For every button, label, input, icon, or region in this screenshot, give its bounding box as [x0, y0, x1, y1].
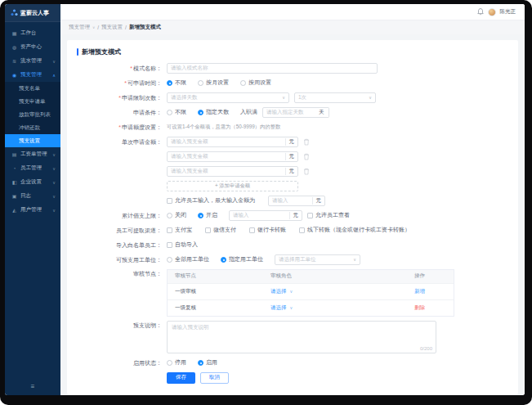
sidebar-item-writeoff-repayment[interactable]: 冲销还款	[5, 121, 60, 134]
radio-icon	[167, 213, 172, 218]
sidebar-item-label: 放款审批列表	[19, 111, 51, 119]
amount-input-3[interactable]: 请输入预支金额元	[167, 166, 298, 177]
input-placeholder: 请输入预支金额	[171, 138, 282, 146]
delete-amount-icon[interactable]	[303, 168, 310, 175]
radio-status-enabled[interactable]: 启用	[198, 358, 217, 367]
channel-alipay-checkbox[interactable]: 支付宝	[167, 226, 192, 234]
yuan-suffix: 元	[285, 168, 295, 175]
add-amount-button[interactable]: + 添加申请金额	[167, 181, 298, 191]
field-label: 启用状态：	[77, 358, 162, 367]
sidebar-item-label: 资产中心	[20, 43, 42, 51]
cancel-button[interactable]: 取消	[200, 372, 229, 384]
radio-icon	[167, 110, 172, 115]
input-placeholder: 请输入模式名称	[171, 65, 208, 72]
sidebar-item-logs[interactable]: ▣ 日志 ∨	[5, 189, 60, 203]
quota-amount-row-2: 请输入预支金额元	[77, 151, 508, 162]
condition-middle-text: 入职满	[240, 108, 257, 116]
flow-icon: ≋	[11, 58, 17, 64]
sidebar-item-label: 预支设置	[19, 137, 40, 145]
field-label: *可申请时间：	[77, 79, 162, 88]
field-quota-setting: *申请额度设置： 可设置1-4个金额项，且需为（50-9999）内的整数	[77, 122, 508, 133]
amount-input-1[interactable]: 请输入预支金额元	[167, 137, 298, 147]
page-title-text: 新增预支模式	[82, 47, 121, 56]
chevron-down-icon: ∨	[282, 95, 285, 100]
field-label: *申请额度设置：	[77, 123, 162, 132]
condition-days-input[interactable]: 请输入指定天数	[262, 107, 320, 118]
field-apply-condition: 申请条件： 不限 指定天数 入职满 请输入指定天数 天	[77, 107, 508, 118]
sidebar-item-flow-management[interactable]: ≋ 流水管理 ∨	[5, 54, 60, 68]
auto-import-checkbox[interactable]: 自动导入	[167, 241, 198, 249]
save-button[interactable]: 保存	[167, 372, 195, 384]
avatar[interactable]	[488, 8, 496, 16]
sidebar-item-asset-center[interactable]: ◍ 资产中心	[5, 40, 60, 54]
channel-offline-checkbox[interactable]: 线下转账（现金或银行卡或工资卡转账）	[299, 226, 410, 234]
radio-cumulative-on[interactable]: 开启	[198, 211, 217, 219]
radio-units-all[interactable]: 全部用工单位	[167, 255, 209, 263]
delete-amount-icon[interactable]	[303, 153, 310, 160]
radio-condition-fixed-days[interactable]: 指定天数	[198, 108, 229, 116]
radio-selected-icon	[198, 360, 203, 366]
note-textarea[interactable]: 请输入预支说明 0/200	[167, 321, 436, 353]
sidebar-collapse-button[interactable]: ≡	[5, 377, 60, 395]
field-label: 申请条件：	[77, 108, 162, 117]
audit-role-select[interactable]: 请选择∨	[270, 288, 414, 295]
username[interactable]: 陈光正	[500, 8, 516, 16]
radio-apply-time-weekly[interactable]: 按周设置	[240, 79, 271, 87]
breadcrumb-item[interactable]: 预支设置	[101, 24, 123, 31]
sidebar-item-advance-list[interactable]: 预支名单	[5, 82, 60, 95]
field-label: 预支说明：	[77, 321, 162, 330]
enterprise-icon: ◧	[11, 179, 17, 185]
column-header-node: 审核节点	[168, 272, 270, 280]
channel-wechat-checkbox[interactable]: 微信支付	[205, 226, 236, 234]
advance-icon: ◉	[11, 72, 17, 78]
radio-status-disabled[interactable]: 停用	[167, 358, 186, 367]
limit-times-select[interactable]: 1次∨	[294, 92, 376, 103]
audit-node-name: 一级复核	[168, 304, 270, 312]
radio-apply-time-monthly[interactable]: 按月设置	[198, 79, 229, 87]
checkbox-icon	[299, 227, 305, 233]
input-placeholder: 请输入	[233, 212, 286, 219]
sidebar-item-advance-applications[interactable]: 预支申请单	[5, 95, 60, 108]
chevron-down-icon: ∨	[52, 152, 56, 157]
delete-node-link[interactable]: 删除	[414, 304, 425, 310]
mode-name-input[interactable]: 请输入模式名称	[167, 63, 378, 74]
sidebar-item-advance-management[interactable]: ◉ 预支管理 ∧	[5, 68, 60, 82]
field-withdraw-channels: 员工可提取渠道： 支付宝 微信支付 银行卡转账 线下转账（现金或银行卡或工资卡转…	[77, 225, 508, 236]
chevron-down-icon: ∨	[290, 289, 293, 294]
breadcrumb-item[interactable]: 预支管理	[69, 24, 90, 31]
radio-cumulative-off[interactable]: 关闭	[167, 211, 186, 219]
sidebar-item-label: 员工管理	[20, 164, 42, 172]
sidebar-item-payroll-management[interactable]: ▤ 工资单管理 ∨	[5, 147, 60, 161]
page-footer: 蓝薪云人事 ©2022 Created by 技术中心	[67, 394, 518, 395]
delete-amount-icon[interactable]	[303, 138, 310, 146]
radio-condition-unlimited[interactable]: 不限	[167, 108, 186, 116]
work-unit-select[interactable]: 请选择用工单位∨	[275, 254, 360, 265]
column-header-action: 操作	[414, 272, 454, 280]
allow-employee-input-checkbox[interactable]: 允许员工输入，最大输入金额为	[167, 196, 255, 205]
sidebar-item-workbench[interactable]: ▦ 工作台	[5, 26, 60, 40]
radio-units-specified[interactable]: 指定用工单位	[221, 255, 263, 263]
chevron-down-icon: ∨	[369, 95, 372, 100]
notification-bell-icon[interactable]	[477, 8, 484, 16]
radio-apply-time-unlimited[interactable]: 不限	[167, 79, 186, 87]
sidebar-item-enterprise-settings[interactable]: ◧ 企业设置 ∨	[5, 175, 60, 189]
add-node-link[interactable]: 新增	[414, 288, 425, 294]
sidebar-item-user-management[interactable]: ◭ 用户管理 ∨	[5, 203, 60, 217]
logo-text: 蓝薪云人事	[20, 9, 49, 17]
limit-days-select[interactable]: 请选择天数∨	[167, 92, 289, 103]
field-advance-note: 预支说明： 请输入预支说明 0/200	[77, 321, 508, 353]
cumulative-amount-input[interactable]: 请输入元	[229, 210, 302, 221]
yuan-suffix: 元	[285, 138, 295, 146]
sidebar-item-loan-approval-list[interactable]: 放款审批列表	[5, 108, 60, 121]
allow-employee-view-checkbox[interactable]: 允许员工查看	[307, 211, 350, 219]
sidebar-item-employee-management[interactable]: ◔ 员工管理 ∨	[5, 161, 60, 175]
table-row: 一级复核 请选择∨ 删除	[168, 299, 454, 316]
amount-input-2[interactable]: 请输入预支金额元	[167, 151, 298, 162]
breadcrumb: 预支管理 ∨ / 预支设置 / 新增预支模式	[60, 20, 525, 34]
sidebar-item-advance-settings[interactable]: 预支设置	[5, 134, 60, 147]
field-apply-limit: *申请限制次数： 请选择天数∨ 1次∨	[77, 92, 508, 103]
audit-role-select[interactable]: 请选择∨	[270, 304, 414, 312]
input-placeholder: 请输入预支金额	[171, 168, 282, 175]
max-amount-input[interactable]: 请输入元	[268, 196, 325, 206]
channel-bankcard-checkbox[interactable]: 银行卡转账	[249, 226, 286, 234]
